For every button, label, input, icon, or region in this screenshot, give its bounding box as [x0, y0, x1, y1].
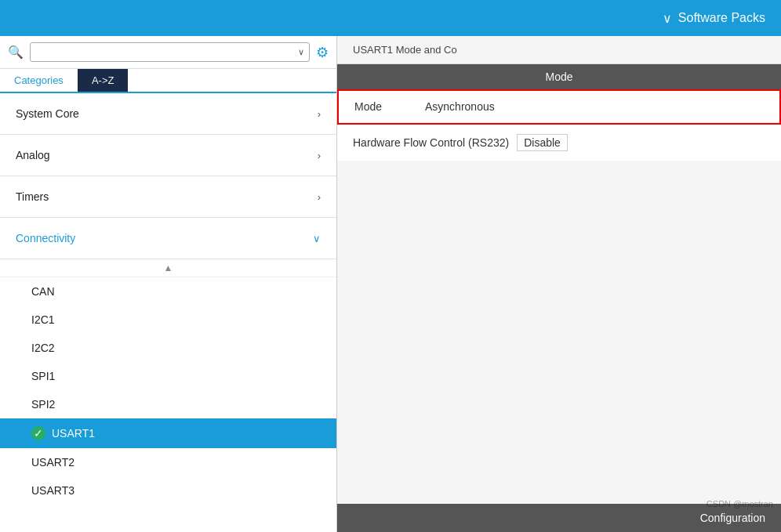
- list-item-usart2[interactable]: USART2: [0, 448, 336, 476]
- configuration-label: Configuration: [700, 512, 765, 524]
- mode-row: Mode Asynchronous: [339, 91, 779, 123]
- tab-categories[interactable]: Categories: [0, 69, 78, 92]
- panel-title: USART1 Mode and Co: [337, 36, 781, 64]
- list-item-usart3[interactable]: USART3: [0, 476, 336, 505]
- i2c1-label: I2C1: [31, 313, 55, 326]
- tab-a-z[interactable]: A->Z: [78, 69, 129, 92]
- timers-label: Timers: [16, 190, 49, 203]
- mode-value: Asynchronous: [425, 100, 764, 113]
- connectivity-arrow-icon: ∨: [313, 233, 321, 244]
- categories-list: System Core › Analog › Timers › Connecti…: [0, 93, 336, 532]
- search-bar: 🔍 ∨ ⚙: [0, 36, 336, 69]
- list-item-i2c1[interactable]: I2C1: [0, 306, 336, 334]
- list-item-spi1[interactable]: SPI1: [0, 362, 336, 390]
- system-core-arrow-icon: ›: [318, 108, 321, 120]
- timers-arrow-icon: ›: [318, 191, 321, 203]
- search-input[interactable]: [35, 46, 298, 58]
- can-label: CAN: [31, 285, 55, 298]
- list-item-can[interactable]: CAN: [0, 277, 336, 306]
- usart1-label: USART1: [52, 427, 95, 440]
- search-icon: 🔍: [8, 45, 24, 60]
- list-item-usart1[interactable]: ✓ USART1: [0, 418, 336, 448]
- sidebar-item-system-core[interactable]: System Core ›: [0, 93, 336, 135]
- right-panel: USART1 Mode and Co Mode Mode Asynchronou…: [337, 36, 781, 532]
- usart2-label: USART2: [31, 456, 74, 469]
- system-core-label: System Core: [16, 107, 79, 120]
- list-item-spi2[interactable]: SPI2: [0, 390, 336, 418]
- spi1-label: SPI1: [31, 370, 55, 382]
- hw-flow-value: Disable: [517, 134, 568, 151]
- watermark: CSDN @mostran: [707, 499, 773, 508]
- sub-item-divider: ▲: [0, 259, 336, 277]
- connectivity-label: Connectivity: [16, 232, 75, 244]
- mode-label: Mode: [354, 100, 417, 113]
- i2c2-label: I2C2: [31, 342, 55, 354]
- sidebar-item-timers[interactable]: Timers ›: [0, 176, 336, 218]
- left-panel: 🔍 ∨ ⚙ Categories A->Z System Core › Anal…: [0, 36, 337, 532]
- chevron-down-icon: ∨: [663, 11, 672, 26]
- usart1-check-icon: ✓: [31, 426, 45, 440]
- usart3-label: USART3: [31, 484, 74, 497]
- software-packs-header: ∨ Software Packs: [663, 11, 765, 26]
- spi2-label: SPI2: [31, 398, 55, 411]
- mode-content: Mode Asynchronous: [337, 89, 781, 125]
- list-item-i2c2[interactable]: I2C2: [0, 334, 336, 362]
- search-input-wrap[interactable]: ∨: [30, 42, 310, 62]
- connectivity-sub-items: ▲ CAN I2C1 I2C2 SPI1 SPI2 ✓ US: [0, 259, 336, 505]
- sidebar-item-analog[interactable]: Analog ›: [0, 135, 336, 176]
- hw-flow-row: Hardware Flow Control (RS232) Disable: [337, 125, 781, 161]
- sidebar-item-connectivity[interactable]: Connectivity ∨: [0, 218, 336, 259]
- software-packs-label: Software Packs: [678, 11, 765, 25]
- gear-icon[interactable]: ⚙: [316, 44, 329, 61]
- search-dropdown-arrow-icon[interactable]: ∨: [298, 47, 304, 57]
- analog-label: Analog: [16, 149, 50, 161]
- tab-bar: Categories A->Z: [0, 69, 336, 93]
- analog-arrow-icon: ›: [318, 150, 321, 161]
- main-layout: 🔍 ∨ ⚙ Categories A->Z System Core › Anal…: [0, 36, 781, 532]
- top-bar: ∨ Software Packs: [0, 0, 781, 36]
- hw-flow-label: Hardware Flow Control (RS232): [353, 136, 509, 149]
- mode-section-header: Mode: [337, 64, 781, 89]
